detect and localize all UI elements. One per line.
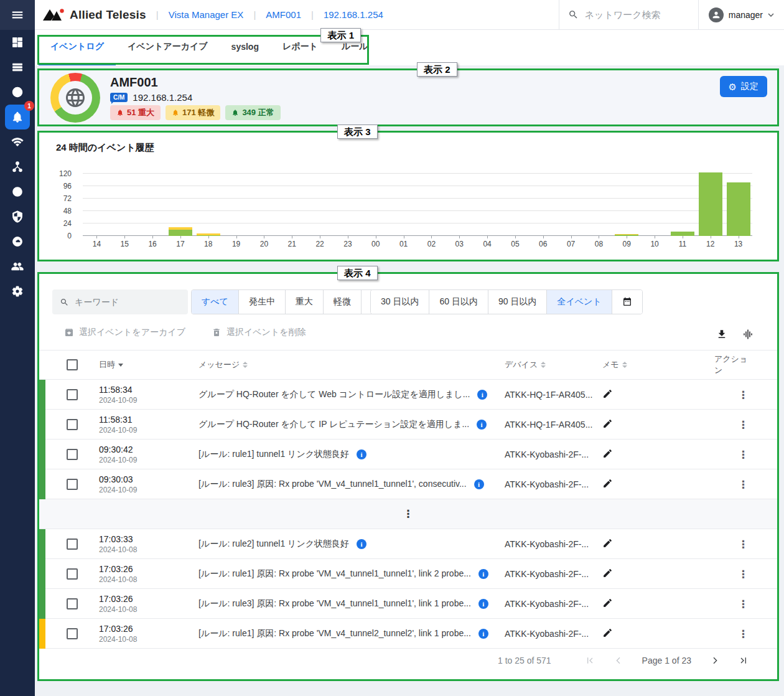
- download-icon[interactable]: [716, 329, 727, 340]
- hamburger-menu-button[interactable]: [0, 0, 35, 30]
- prev-page-button[interactable]: [614, 656, 623, 665]
- filter-button-label: 90 日以内: [498, 296, 536, 308]
- network-search-input[interactable]: [585, 9, 678, 20]
- row-actions-menu[interactable]: ⋮: [714, 418, 777, 431]
- next-page-button[interactable]: [710, 656, 720, 665]
- row-actions-menu[interactable]: ⋮: [714, 478, 777, 491]
- row-checkbox[interactable]: [67, 568, 78, 580]
- edit-pencil-icon[interactable]: [602, 628, 613, 638]
- row-actions-menu[interactable]: ⋮: [714, 538, 777, 551]
- row-memo-cell: [602, 478, 714, 491]
- row-actions-menu[interactable]: ⋮: [714, 628, 777, 641]
- settings-button[interactable]: ⚙ 設定: [720, 76, 767, 97]
- sidebar-item-dashboard[interactable]: [0, 30, 35, 55]
- row-checkbox[interactable]: [67, 598, 78, 609]
- info-icon[interactable]: i: [478, 569, 488, 579]
- row-time: 11:58:31: [99, 415, 198, 425]
- expand-rows-button[interactable]: ⋮: [403, 507, 414, 520]
- tab-label: レポート: [282, 41, 318, 52]
- filter-button[interactable]: 発生中: [239, 290, 286, 314]
- tab[interactable]: ルール: [330, 30, 380, 65]
- row-datetime: 17:03:33 2024-10-08: [99, 534, 198, 554]
- minor-count-badge[interactable]: 171 軽微: [166, 105, 220, 120]
- device-name: AMF001: [110, 75, 281, 90]
- row-memo-cell: [602, 418, 714, 431]
- tab[interactable]: syslog: [220, 30, 271, 65]
- edit-pencil-icon[interactable]: [602, 598, 613, 608]
- row-actions-menu[interactable]: ⋮: [714, 388, 777, 402]
- filter-button[interactable]: 軽微: [324, 290, 362, 314]
- tab[interactable]: レポート: [271, 30, 330, 65]
- filter-button[interactable]: 90 日以内: [488, 290, 547, 314]
- product-link[interactable]: Vista Manager EX: [169, 9, 244, 20]
- sidebar-item-network-services[interactable]: [0, 154, 35, 179]
- sidebar-item-firewall[interactable]: [0, 204, 35, 229]
- user-menu[interactable]: manager: [698, 0, 784, 30]
- info-icon[interactable]: i: [477, 390, 487, 400]
- column-header-memo[interactable]: メモ: [602, 359, 714, 370]
- globe-icon: [11, 86, 24, 98]
- sidebar-item-sd-wan[interactable]: [0, 179, 35, 204]
- calendar-filter-button[interactable]: [612, 290, 642, 314]
- info-icon[interactable]: i: [357, 539, 366, 549]
- sidebar-item-users[interactable]: [0, 254, 35, 279]
- network-link[interactable]: AMF001: [266, 9, 301, 20]
- filter-button[interactable]: 重大: [286, 290, 324, 314]
- sidebar-item-cloud[interactable]: [0, 229, 35, 254]
- filter-button[interactable]: 60 日以内: [429, 290, 488, 314]
- row-checkbox[interactable]: [67, 389, 78, 400]
- tab[interactable]: イベントアーカイブ: [116, 30, 220, 65]
- column-header-device[interactable]: デバイス: [505, 359, 602, 370]
- row-message: グループ HQ-Router を介して Web コントロール設定を適用しまし..…: [198, 389, 470, 400]
- cloud-icon: [11, 235, 24, 248]
- edit-pencil-icon[interactable]: [602, 448, 613, 459]
- row-checkbox[interactable]: [67, 538, 78, 550]
- sidebar-item-wireless[interactable]: [0, 129, 35, 154]
- table-row: 11:58:31 2024-10-09 グループ HQ-Router を介して …: [39, 410, 777, 440]
- tab[interactable]: イベントログ: [39, 30, 116, 65]
- sidebar-item-settings[interactable]: [0, 279, 35, 304]
- row-actions-menu[interactable]: ⋮: [714, 568, 777, 581]
- sidebar-item-asset-list[interactable]: [0, 55, 35, 80]
- calendar-icon: [622, 297, 632, 307]
- keyword-search-input[interactable]: [75, 297, 174, 307]
- filter-button[interactable]: 30 日以内: [371, 290, 429, 314]
- edit-pencil-icon[interactable]: [602, 388, 613, 399]
- ip-link[interactable]: 192.168.1.254: [324, 9, 383, 20]
- row-checkbox[interactable]: [67, 419, 78, 430]
- info-icon[interactable]: i: [478, 629, 488, 639]
- allied-telesis-logo: [42, 8, 65, 22]
- row-actions-menu[interactable]: ⋮: [714, 598, 777, 611]
- edit-pencil-icon[interactable]: [602, 478, 613, 489]
- filter-button-label: 軽微: [334, 296, 351, 308]
- filter-button[interactable]: すべて: [192, 290, 239, 314]
- row-actions-menu[interactable]: ⋮: [714, 448, 777, 461]
- info-icon[interactable]: i: [477, 420, 487, 430]
- info-icon[interactable]: i: [474, 479, 484, 489]
- column-header-datetime[interactable]: 日時: [99, 359, 198, 370]
- info-icon[interactable]: i: [478, 599, 488, 609]
- role-badge: C/M: [110, 93, 128, 102]
- delete-selected-button[interactable]: 選択イベントを削除: [212, 327, 306, 338]
- archive-selected-button[interactable]: 選択イベントをアーカイブ: [64, 327, 185, 338]
- critical-count-badge[interactable]: 51 重大: [110, 105, 161, 120]
- chart-bar: [615, 235, 638, 237]
- row-checkbox[interactable]: [67, 479, 78, 490]
- table-row: 09:30:03 2024-10-09 [ルール: rule3] 原因: Rx …: [39, 469, 777, 499]
- column-header-message[interactable]: メッセージ: [198, 359, 505, 370]
- select-all-checkbox[interactable]: [67, 359, 78, 370]
- separator: |: [311, 9, 314, 20]
- info-icon[interactable]: i: [357, 449, 366, 459]
- edit-pencil-icon[interactable]: [602, 568, 613, 578]
- bell-icon: [231, 109, 239, 116]
- row-checkbox[interactable]: [67, 449, 78, 460]
- column-filter-icon[interactable]: [742, 329, 754, 340]
- last-page-button[interactable]: [739, 656, 749, 665]
- first-page-button[interactable]: [585, 656, 595, 665]
- row-checkbox[interactable]: [67, 628, 78, 639]
- edit-pencil-icon[interactable]: [602, 418, 613, 429]
- normal-count-badge[interactable]: 349 正常: [225, 105, 280, 120]
- sidebar-item-events[interactable]: 1: [5, 105, 30, 129]
- filter-button[interactable]: 全イベント: [547, 290, 612, 314]
- edit-pencil-icon[interactable]: [602, 538, 613, 548]
